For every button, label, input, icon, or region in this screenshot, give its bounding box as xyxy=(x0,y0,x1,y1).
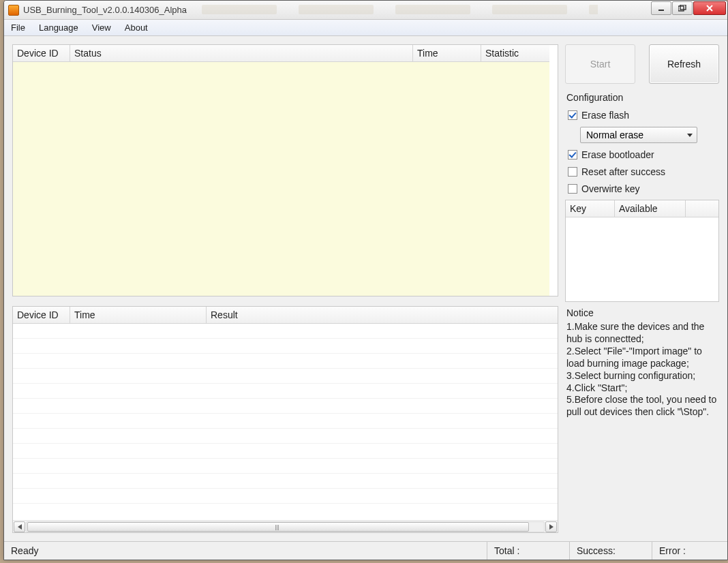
close-icon xyxy=(706,5,714,12)
col-statistic[interactable]: Statistic xyxy=(481,45,549,62)
menu-file[interactable]: File xyxy=(4,20,32,35)
hscroll-right[interactable] xyxy=(545,521,557,532)
hscroll-thumb[interactable] xyxy=(27,522,529,532)
col-device-id[interactable]: Device ID xyxy=(13,45,70,62)
window-controls xyxy=(651,1,726,15)
svg-marker-5 xyxy=(18,524,22,530)
reset-after-success-checkbox[interactable]: Reset after success xyxy=(568,166,719,177)
col-result-device-id[interactable]: Device ID xyxy=(13,307,70,324)
menu-about[interactable]: About xyxy=(118,20,155,35)
chevron-right-icon xyxy=(549,524,553,530)
notice-block: Notice 1.Make sure the devices and the h… xyxy=(565,307,719,419)
right-column: Start Refresh Configuration Erase flash … xyxy=(565,44,719,533)
chevron-left-icon xyxy=(18,524,22,530)
window-title: USB_Burning_Tool_v2.0.0.140306_Alpha xyxy=(23,5,187,15)
notice-body: 1.Make sure the devices and the hub is c… xyxy=(566,321,718,419)
background-tabs xyxy=(202,5,598,16)
overwrite-key-label: Overwirte key xyxy=(581,183,640,194)
svg-marker-6 xyxy=(549,524,553,530)
config-label: Configuration xyxy=(565,92,719,103)
col-key-spacer xyxy=(686,200,718,217)
hscroll-track[interactable] xyxy=(26,521,545,532)
checkbox-icon xyxy=(568,167,577,177)
reset-after-success-label: Reset after success xyxy=(581,166,665,177)
col-result-result[interactable]: Result xyxy=(207,307,558,324)
col-time[interactable]: Time xyxy=(413,45,481,62)
statusbar: Ready Total : Success: Error : xyxy=(4,541,727,560)
menubar: File Language View About xyxy=(4,20,727,36)
erase-flash-checkbox[interactable]: Erase flash xyxy=(568,110,719,121)
key-panel: Key Available xyxy=(565,200,719,302)
notice-title: Notice xyxy=(566,307,718,318)
col-result-time[interactable]: Time xyxy=(70,307,207,324)
col-available[interactable]: Available xyxy=(615,200,686,217)
status-success: Success: xyxy=(570,542,652,560)
maximize-button[interactable] xyxy=(672,1,693,15)
results-table-header: Device ID Time Result xyxy=(13,307,558,324)
erase-flash-label: Erase flash xyxy=(581,110,629,121)
col-status[interactable]: Status xyxy=(70,45,413,62)
minimize-icon xyxy=(658,5,665,12)
checkbox-icon xyxy=(568,184,577,194)
app-window: USB_Burning_Tool_v2.0.0.140306_Alpha xyxy=(3,0,728,560)
erase-bootloader-checkbox[interactable]: Erase bootloader xyxy=(568,149,719,160)
menu-view[interactable]: View xyxy=(85,20,118,35)
devices-panel: Device ID Status Time Statistic xyxy=(12,44,558,296)
menu-language[interactable]: Language xyxy=(32,20,85,35)
erase-mode-value: Normal erase xyxy=(586,130,643,140)
start-button[interactable]: Start xyxy=(565,44,635,84)
action-buttons: Start Refresh xyxy=(565,44,719,84)
checkbox-icon xyxy=(568,150,577,159)
chevron-down-icon xyxy=(687,134,693,137)
overwrite-key-checkbox[interactable]: Overwirte key xyxy=(568,183,719,194)
results-panel: Device ID Time Result xyxy=(12,306,558,533)
refresh-button[interactable]: Refresh xyxy=(649,44,719,84)
results-hscroll[interactable] xyxy=(13,520,558,532)
status-error: Error : xyxy=(652,542,727,560)
devices-table-header: Device ID Status Time Statistic xyxy=(13,45,549,62)
svg-rect-1 xyxy=(678,6,684,11)
checkbox-icon xyxy=(568,110,577,120)
config-group: Erase flash Normal erase Erase bootloade… xyxy=(565,108,719,194)
minimize-button[interactable] xyxy=(651,1,671,15)
maximize-icon xyxy=(678,5,686,12)
erase-bootloader-label: Erase bootloader xyxy=(581,149,654,160)
svg-rect-0 xyxy=(658,10,664,11)
left-column: Device ID Status Time Statistic Device I… xyxy=(12,44,558,533)
close-button[interactable] xyxy=(693,1,726,15)
client-area: Device ID Status Time Statistic Device I… xyxy=(4,36,727,541)
svg-rect-2 xyxy=(680,5,686,10)
status-total: Total : xyxy=(487,542,569,560)
titlebar[interactable]: USB_Burning_Tool_v2.0.0.140306_Alpha xyxy=(4,1,727,20)
key-table-header: Key Available xyxy=(566,200,718,217)
devices-vscroll[interactable] xyxy=(549,45,558,296)
status-ready: Ready xyxy=(4,542,487,560)
hscroll-left[interactable] xyxy=(14,521,25,532)
app-icon xyxy=(8,5,19,16)
results-rows xyxy=(13,324,558,520)
erase-mode-select[interactable]: Normal erase xyxy=(580,127,697,143)
col-key[interactable]: Key xyxy=(566,200,615,217)
